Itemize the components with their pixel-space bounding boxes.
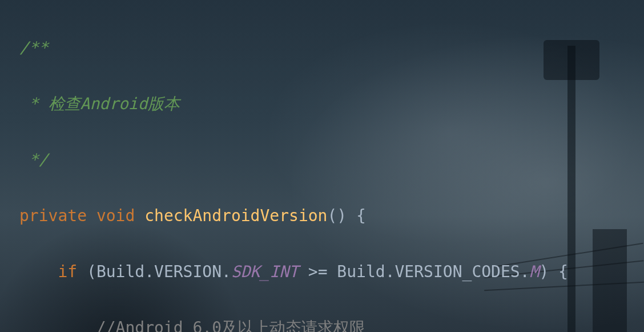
code-line: * 检查Android版本	[19, 90, 644, 118]
ident-build: Build	[337, 262, 385, 281]
paren-open: (	[87, 262, 96, 281]
static-field-sdk-int: SDK_INT	[231, 262, 299, 281]
operator-gte: >=	[308, 262, 328, 281]
javadoc-close: */	[19, 150, 49, 169]
static-field-m: M	[530, 262, 540, 281]
dot: .	[144, 262, 154, 281]
dot: .	[222, 262, 231, 281]
dot: .	[520, 262, 530, 281]
javadoc-text: 检查Android版本	[49, 94, 180, 113]
keyword-if: if	[58, 262, 77, 281]
keyword-private: private	[19, 206, 87, 225]
method-name: checkAndroidVersion	[144, 206, 327, 225]
code-line: private void checkAndroidVersion() {	[19, 202, 644, 230]
code-line: //Android 6.0及以上动态请求权限	[19, 314, 644, 332]
ident-build: Build	[96, 262, 144, 281]
dot: .	[385, 262, 395, 281]
brace-open: {	[356, 206, 366, 225]
parens: ()	[327, 206, 347, 225]
ident-version-codes: VERSION_CODES	[395, 262, 520, 281]
code-line: if (Build.VERSION.SDK_INT >= Build.VERSI…	[19, 258, 644, 286]
paren-close: )	[539, 262, 549, 281]
javadoc-prefix: *	[19, 94, 49, 113]
ident-version: VERSION	[154, 262, 222, 281]
brace-open: {	[558, 262, 568, 281]
keyword-void: void	[96, 206, 135, 225]
code-editor-viewport[interactable]: /** * 检查Android版本 */ private void checkA…	[0, 0, 644, 332]
code-line: /**	[19, 34, 644, 62]
code-line: */	[19, 146, 644, 174]
javadoc-open: /**	[19, 38, 49, 57]
line-comment: //Android 6.0及以上动态请求权限	[96, 318, 365, 332]
